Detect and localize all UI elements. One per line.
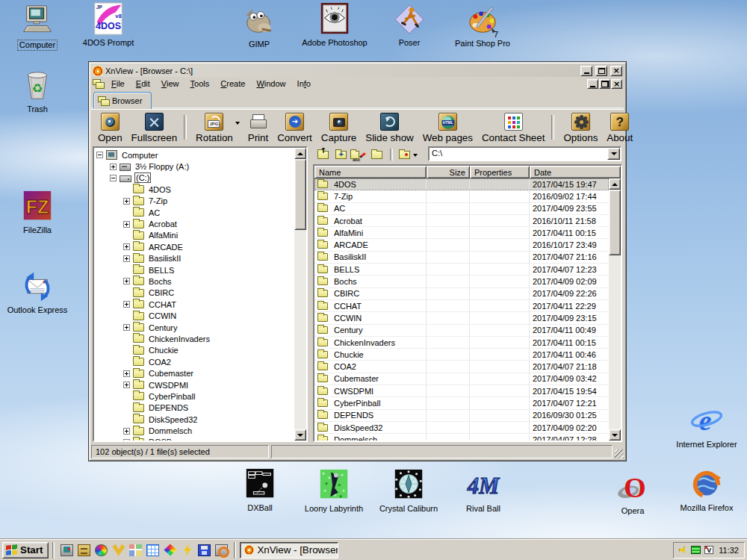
toolbar-button[interactable]: Slide show [361, 111, 418, 144]
tree-expander-icon[interactable] [123, 221, 130, 228]
quick-launch-icon[interactable] [78, 544, 90, 556]
file-row[interactable]: Acrobat 2016/10/11 21:58 [314, 215, 609, 227]
tree-expander-icon[interactable] [123, 370, 130, 377]
scroll-down-button[interactable] [294, 429, 306, 441]
tab-browser[interactable]: Browser [93, 92, 152, 109]
tree-expander-icon[interactable] [123, 324, 130, 331]
tree-expander-icon[interactable] [123, 255, 130, 262]
tree-item[interactable]: Chuckie [94, 345, 294, 356]
file-row[interactable]: Dommelsch 2017/04/07 12:28 [314, 434, 609, 441]
mdi-minimize-button[interactable] [587, 79, 598, 89]
menu-item[interactable]: Info [293, 78, 315, 90]
file-row[interactable]: Chuckie 2017/04/11 00:46 [314, 349, 609, 361]
desktop-icon-outlook-express[interactable]: Outlook Express [1, 270, 73, 315]
tree-item[interactable]: Acrobat [94, 218, 294, 229]
file-row[interactable]: CyberPinball 2017/04/07 12:21 [314, 397, 609, 409]
tree-item[interactable]: Bochs [94, 276, 294, 287]
desktop-icon-gimp[interactable]: GIMP [223, 4, 295, 49]
tree-expander-icon[interactable] [123, 382, 130, 388]
desktop-icon-trash[interactable]: ♻ Trash [1, 69, 73, 114]
file-toolbar-button[interactable] [395, 147, 421, 162]
quick-launch-icon[interactable] [95, 544, 108, 556]
scroll-down-button[interactable] [609, 429, 621, 441]
list-scrollbar-track[interactable] [609, 190, 621, 429]
resize-grip[interactable] [615, 449, 624, 458]
tree-item[interactable]: ARCADE [94, 241, 294, 252]
file-row[interactable]: ChickenInvaders 2017/04/11 00:15 [314, 337, 609, 349]
column-header-properties[interactable]: Properties [470, 166, 530, 178]
tree-scrollbar-thumb[interactable] [294, 159, 306, 230]
column-header-name[interactable]: Name [314, 166, 427, 178]
desktop-icon-opera[interactable]: O Opera [597, 470, 669, 516]
file-row[interactable]: CCWIN 2017/04/09 23:15 [314, 312, 609, 324]
desktop-icon-mozilla-firefox[interactable]: Mozilla Firefox [671, 467, 743, 513]
tree-item[interactable]: 7-Zip [94, 196, 294, 207]
close-button[interactable]: × [610, 66, 622, 76]
tree-item[interactable]: DOSBox [94, 437, 294, 441]
file-row[interactable]: BasiliskII 2017/04/07 21:16 [314, 252, 609, 264]
tree-item[interactable]: CCHAT [94, 299, 294, 310]
toolbar-button[interactable]: Contact Sheet [477, 111, 549, 144]
tree-item[interactable]: CCWIN [94, 310, 294, 321]
tree-item[interactable]: Cubemaster [94, 367, 294, 379]
tree-item[interactable]: DEPENDS [94, 402, 294, 414]
desktop-icon-loony-labyrinth[interactable]: Loony Labyrinth [298, 468, 370, 514]
quick-launch-icon[interactable] [215, 544, 228, 556]
file-row[interactable]: AC 2017/04/09 23:55 [314, 203, 609, 215]
toolbar-button[interactable]: About [602, 111, 637, 144]
file-row[interactable]: CCHAT 2017/04/11 22:29 [314, 300, 609, 312]
maximize-button[interactable] [595, 66, 607, 76]
menu-item[interactable]: Edit [131, 78, 155, 90]
list-scrollbar[interactable] [609, 178, 621, 441]
tree-expander-icon[interactable] [96, 152, 103, 158]
desktop-icon-poser[interactable]: Poser [374, 2, 445, 48]
file-row[interactable]: ARCADE 2016/10/17 23:49 [314, 239, 609, 251]
pane-splitter[interactable] [308, 146, 313, 442]
quick-launch-icon[interactable] [112, 544, 125, 556]
tree-item[interactable]: ChickenInvaders [94, 333, 294, 344]
file-toolbar-button[interactable] [332, 147, 349, 162]
file-row[interactable]: AlfaMini 2017/04/11 00:15 [314, 227, 609, 239]
menu-item[interactable]: Tools [186, 78, 214, 90]
tree-item[interactable]: AC [94, 207, 294, 218]
menu-item[interactable]: Create [216, 78, 249, 90]
file-row[interactable]: Bochs 2017/04/09 02:09 [314, 276, 609, 287]
desktop-icon-internet-explorer[interactable]: e Internet Explorer [671, 404, 743, 449]
tree-expander-icon[interactable] [110, 175, 117, 181]
tree-item[interactable]: CWSDPMI [94, 379, 294, 391]
file-row[interactable]: COA2 2017/04/07 21:18 [314, 361, 609, 373]
desktop-icon-dxball[interactable]: DXBall [224, 467, 296, 513]
file-row[interactable]: Century 2017/04/11 00:49 [314, 325, 609, 337]
desktop-icon-paint-shop-pro[interactable]: 7 Paint Shop Pro [447, 3, 518, 49]
tree-item[interactable]: (C:) [94, 172, 294, 184]
tree-expander-icon[interactable] [123, 439, 130, 441]
toolbar-button[interactable]: Fullscreen [127, 111, 182, 144]
tree-expander-icon[interactable] [123, 278, 130, 284]
start-button[interactable]: Start [2, 542, 49, 559]
toolbar-button[interactable]: Options [559, 111, 602, 144]
file-row[interactable]: BELLS 2017/04/07 12:23 [314, 264, 609, 276]
quick-launch-icon[interactable] [181, 544, 193, 556]
menu-item[interactable]: View [157, 78, 184, 90]
scroll-up-button[interactable] [294, 148, 306, 159]
taskbar-button-xnview[interactable]: XnView - [Browser -... [240, 542, 338, 559]
tree-expander-icon[interactable] [123, 301, 130, 308]
tree-scrollbar-track[interactable] [294, 159, 306, 429]
antivirus-icon[interactable]: V [704, 546, 713, 554]
tree-item[interactable]: CBIRC [94, 287, 294, 299]
minimize-button[interactable] [580, 66, 592, 76]
toolbar-button[interactable]: Web pages [418, 111, 477, 144]
file-row[interactable]: DEPENDS 2016/09/30 01:25 [314, 410, 609, 422]
column-header-size[interactable]: Size [427, 166, 470, 178]
tree-item[interactable]: 3½ Floppy (A:) [94, 161, 294, 172]
dropdown-arrow-icon[interactable] [235, 122, 240, 127]
desktop-icon-filezilla[interactable]: FZ FileZilla [1, 190, 73, 235]
menu-item[interactable]: Window [252, 78, 290, 90]
tree-item[interactable]: COA2 [94, 356, 294, 367]
tree-item[interactable]: BELLS [94, 264, 294, 276]
tree-item[interactable]: Computer [94, 149, 294, 161]
file-row[interactable]: CBIRC 2017/04/09 22:26 [314, 288, 609, 300]
desktop-icon-adobe-photoshop[interactable]: Adobe Photoshop [299, 2, 371, 48]
tree-expander-icon[interactable] [123, 243, 130, 250]
quick-launch-icon[interactable] [61, 544, 73, 556]
